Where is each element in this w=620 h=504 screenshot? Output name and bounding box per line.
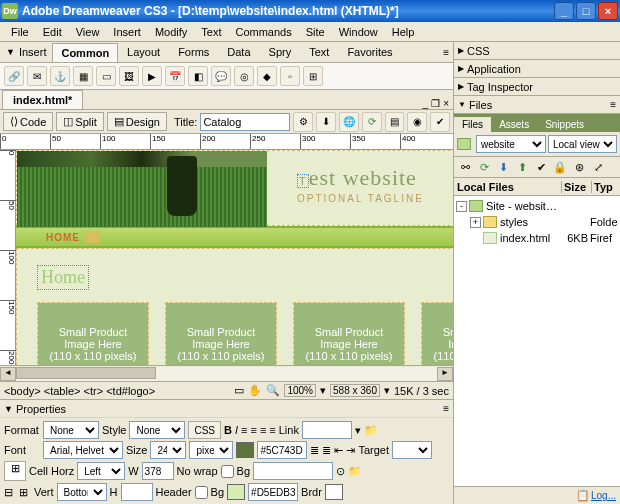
product-cell[interactable]: Small ProductImage Here(110 x 110 pixels… xyxy=(165,302,277,365)
files-tab-snippets[interactable]: Snippets xyxy=(537,117,592,132)
check-icon[interactable]: ⚙ xyxy=(293,112,313,132)
align-left-icon[interactable]: ≡ xyxy=(241,424,247,436)
title-input[interactable] xyxy=(200,113,290,131)
doc-restore-icon[interactable]: ❐ xyxy=(431,98,440,109)
product-cell[interactable]: Small ProductImage Here(110 x 110 pixels… xyxy=(37,302,149,365)
insert-collapse-arrow[interactable]: ▼ xyxy=(2,47,19,57)
file-mgmt-icon[interactable]: ⬇ xyxy=(316,112,336,132)
scroll-right-arrow[interactable]: ► xyxy=(437,367,453,381)
insert-tab-layout[interactable]: Layout xyxy=(118,42,169,62)
div-icon[interactable]: ▭ xyxy=(96,66,116,86)
product-cell[interactable]: Small ProductImage Here(110 x 110 pixels… xyxy=(421,302,453,365)
menu-site[interactable]: Site xyxy=(299,24,332,40)
ol-icon[interactable]: ≣ xyxy=(322,444,331,457)
site-select[interactable]: website xyxy=(476,135,546,153)
indent-icon[interactable]: ⇥ xyxy=(346,444,355,457)
table-icon[interactable]: ▦ xyxy=(73,66,93,86)
templates-icon[interactable]: ▫ xyxy=(280,66,300,86)
view-select[interactable]: Local view xyxy=(548,135,617,153)
script-icon[interactable]: ◆ xyxy=(257,66,277,86)
site-tagline[interactable]: OPTIONAL TAGLINE xyxy=(297,193,453,204)
insert-tab-common[interactable]: Common xyxy=(52,43,118,62)
expand-icon[interactable]: ⤢ xyxy=(590,159,606,175)
doc-tab-index[interactable]: index.html* xyxy=(2,90,83,109)
server-include-icon[interactable]: ◧ xyxy=(188,66,208,86)
tag-table[interactable]: <table> xyxy=(44,385,81,397)
font-select[interactable]: Arial, Helvetica xyxy=(43,441,123,459)
insert-tab-forms[interactable]: Forms xyxy=(169,42,218,62)
bg-input[interactable] xyxy=(253,462,333,480)
tag-tr[interactable]: <tr> xyxy=(84,385,104,397)
site-map-icon[interactable]: 📋 xyxy=(575,488,591,504)
menu-edit[interactable]: Edit xyxy=(36,24,69,40)
brdr-color-swatch[interactable] xyxy=(325,484,343,500)
bg-folder-icon[interactable]: 📁 xyxy=(348,465,362,478)
col-local-files[interactable]: Local Files xyxy=(454,181,562,193)
scroll-thumb[interactable] xyxy=(16,367,156,379)
date-icon[interactable]: 📅 xyxy=(165,66,185,86)
format-select[interactable]: None xyxy=(43,421,99,439)
menu-file[interactable]: File xyxy=(4,24,36,40)
split-cells-icon[interactable]: ⊞ xyxy=(19,486,31,499)
product-image-placeholder[interactable]: Small ProductImage Here(110 x 110 pixels… xyxy=(166,303,276,365)
bg-point-icon[interactable]: ⊙ xyxy=(336,465,345,478)
panel-tag-inspector-header[interactable]: ▶ Tag Inspector xyxy=(454,78,620,96)
link-input[interactable] xyxy=(302,421,352,439)
hyperlink-icon[interactable]: 🔗 xyxy=(4,66,24,86)
bold-button[interactable]: B xyxy=(224,424,232,436)
site-title[interactable]: Test website xyxy=(297,165,453,191)
align-center-icon[interactable]: ≡ xyxy=(250,424,256,436)
sync-icon[interactable]: ⊛ xyxy=(571,159,587,175)
panel-css-header[interactable]: ▶ CSS xyxy=(454,42,620,60)
view-options-icon[interactable]: ▤ xyxy=(385,112,405,132)
menu-commands[interactable]: Commands xyxy=(228,24,298,40)
select-tool-icon[interactable]: ▭ xyxy=(234,384,244,397)
visual-aids-icon[interactable]: ◉ xyxy=(407,112,427,132)
comment-icon[interactable]: 💬 xyxy=(211,66,231,86)
minimize-button[interactable]: _ xyxy=(554,2,574,20)
tree-row[interactable]: -Site - website (D:\te... xyxy=(456,198,618,214)
insert-tab-spry[interactable]: Spry xyxy=(260,42,301,62)
nowrap-checkbox[interactable] xyxy=(221,465,234,478)
bg-color-input[interactable] xyxy=(248,483,298,501)
nav-home-link[interactable]: HOME xyxy=(46,232,80,243)
files-panel-menu-icon[interactable]: ≡ xyxy=(610,99,616,110)
ul-icon[interactable]: ≣ xyxy=(310,444,319,457)
italic-button[interactable]: I xyxy=(235,424,238,436)
window-size-select[interactable]: 588 x 360 xyxy=(330,384,380,397)
col-size[interactable]: Size xyxy=(562,181,592,193)
vert-select[interactable]: Bottom xyxy=(57,483,107,501)
validate-icon[interactable]: ✔ xyxy=(430,112,450,132)
insert-panel-menu-icon[interactable]: ≡ xyxy=(443,47,449,58)
image-icon[interactable]: 🖼 xyxy=(119,66,139,86)
bg-color-swatch[interactable] xyxy=(227,484,245,500)
header-checkbox[interactable] xyxy=(195,486,208,499)
menu-text[interactable]: Text xyxy=(194,24,228,40)
insert-tab-favorites[interactable]: Favorites xyxy=(338,42,401,62)
tree-expand-icon[interactable]: + xyxy=(470,217,481,228)
align-justify-icon[interactable]: ≡ xyxy=(269,424,275,436)
properties-collapse-arrow[interactable]: ▼ xyxy=(4,404,13,414)
outdent-icon[interactable]: ⇤ xyxy=(334,444,343,457)
col-type[interactable]: Typ xyxy=(592,181,620,193)
split-view-button[interactable]: ◫Split xyxy=(56,112,103,131)
product-image-placeholder[interactable]: Small ProductImage Here(110 x 110 pixels… xyxy=(294,303,404,365)
media-icon[interactable]: ▶ xyxy=(142,66,162,86)
code-view-button[interactable]: ⟨⟩Code xyxy=(3,112,53,131)
tag-body[interactable]: <body> xyxy=(4,385,41,397)
text-color-input[interactable] xyxy=(257,441,307,459)
style-select[interactable]: None xyxy=(129,421,185,439)
doc-minimize-icon[interactable]: _ xyxy=(423,98,429,109)
named-anchor-icon[interactable]: ⚓ xyxy=(50,66,70,86)
size-select[interactable]: 24 xyxy=(150,441,186,459)
insert-tab-data[interactable]: Data xyxy=(218,42,259,62)
css-button[interactable]: CSS xyxy=(188,421,221,439)
link-dropdown-icon[interactable]: ▾ xyxy=(355,424,361,437)
w-input[interactable] xyxy=(142,462,174,480)
log-link[interactable]: Log... xyxy=(591,490,616,501)
scroll-left-arrow[interactable]: ◄ xyxy=(0,367,16,381)
scroll-track[interactable] xyxy=(16,367,437,381)
doc-close-icon[interactable]: × xyxy=(443,98,449,109)
page-heading[interactable]: Home xyxy=(37,265,89,290)
zoom-tool-icon[interactable]: 🔍 xyxy=(266,384,280,397)
